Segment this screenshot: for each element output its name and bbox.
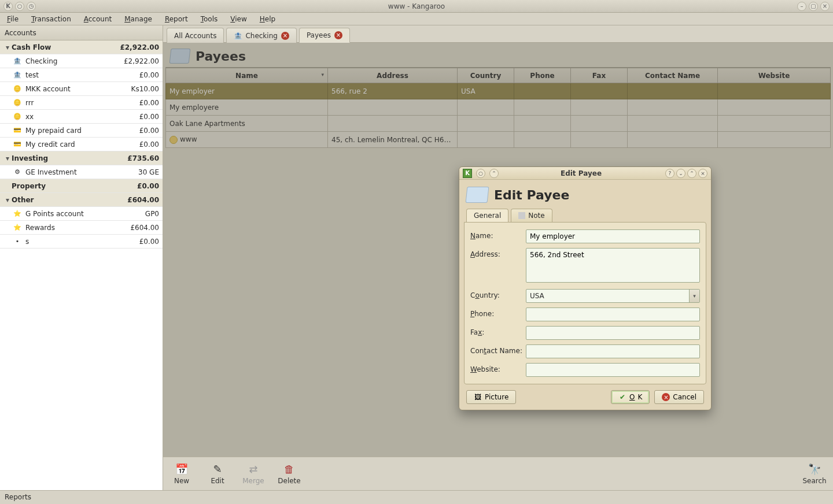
dot-icon: • <box>13 237 22 246</box>
group-name: Other <box>12 196 34 204</box>
account-row[interactable]: 🏦test£0.00 <box>0 68 163 82</box>
minimize-icon[interactable]: ⌄ <box>676 169 685 178</box>
account-name: G Points account <box>25 210 84 218</box>
group-name: Cash Flow <box>12 43 51 51</box>
cancel-icon: × <box>662 393 670 401</box>
edit-button[interactable]: ✎Edit <box>205 463 230 485</box>
tab-general[interactable]: General <box>466 209 508 222</box>
new-button[interactable]: 📅New <box>169 463 194 485</box>
bank-icon: 🏦 <box>13 57 22 66</box>
account-group[interactable]: Property£0.00 <box>0 179 163 193</box>
account-row[interactable]: ⭐G Points accountGP0 <box>0 207 163 221</box>
star-icon: ⭐ <box>13 223 22 232</box>
tab-checking[interactable]: 🏦Checking× <box>226 28 296 43</box>
account-amount: £2,922.00 <box>124 57 159 65</box>
account-row[interactable]: ⚙GE Investment30 GE <box>0 165 163 179</box>
titlebar-button[interactable]: ○ <box>15 2 24 11</box>
maximize-icon[interactable]: ⌃ <box>687 169 696 178</box>
country-select[interactable]: USA▾ <box>526 289 700 303</box>
dialog-panel-general: Name: Address: 566, 2nd Street Country: … <box>464 222 706 384</box>
chevron-down-icon: ▾ <box>689 290 699 302</box>
dialog-shade-icon[interactable]: ○ <box>476 169 485 178</box>
menu-report[interactable]: Report <box>163 14 190 24</box>
menu-transaction[interactable]: Transaction <box>29 14 73 24</box>
window-titlebar: K ○ ◷ www - Kangaroo – ▢ × <box>0 0 833 13</box>
close-icon[interactable]: × <box>820 2 830 11</box>
menu-file[interactable]: File <box>5 14 21 24</box>
account-name: My prepaid card <box>25 127 82 135</box>
delete-button[interactable]: 🗑Delete <box>277 463 302 485</box>
picture-button[interactable]: 🖼Picture <box>466 390 516 404</box>
chevron-icon: ▾ <box>6 43 10 51</box>
account-row[interactable]: •s£0.00 <box>0 235 163 249</box>
group-amount: £604.00 <box>127 196 159 204</box>
coin-icon: 🪙 <box>13 112 22 121</box>
tab-payees[interactable]: Payees× <box>299 28 350 43</box>
tab-close-icon[interactable]: × <box>281 32 289 40</box>
tabbar: All Accounts🏦Checking×Payees× <box>163 25 833 43</box>
account-group[interactable]: ▾Investing£735.60 <box>0 151 163 165</box>
ok-button[interactable]: ✔OK <box>611 390 650 404</box>
contact-name-field[interactable] <box>526 344 700 358</box>
group-amount: £2,922.00 <box>120 43 159 51</box>
account-row[interactable]: 🪙rrr£0.00 <box>0 96 163 110</box>
name-field[interactable] <box>526 229 700 243</box>
menu-help[interactable]: Help <box>257 14 278 24</box>
account-row[interactable]: 💳My credit card£0.00 <box>0 138 163 151</box>
address-field[interactable]: 566, 2nd Street <box>526 248 700 283</box>
menu-tools[interactable]: Tools <box>198 14 220 24</box>
account-amount: £0.00 <box>139 238 159 246</box>
account-amount: £0.00 <box>139 140 159 149</box>
fax-field[interactable] <box>526 326 700 340</box>
dialog-title: Edit Payee <box>499 169 664 177</box>
account-name: Checking <box>25 57 57 65</box>
menubar: File Transaction Account Manage Report T… <box>0 13 833 25</box>
menu-account[interactable]: Account <box>82 14 114 24</box>
statusbar: Reports <box>0 490 833 504</box>
phone-field[interactable] <box>526 307 700 321</box>
account-row[interactable]: 🪙xx£0.00 <box>0 110 163 124</box>
dialog-rollup-icon[interactable]: ⌃ <box>489 169 499 178</box>
tab-close-icon[interactable]: × <box>334 31 342 39</box>
label-phone: Phone: <box>470 307 526 318</box>
card-icon: 💳 <box>13 126 22 135</box>
dialog-titlebar[interactable]: K ○ ⌃ Edit Payee ? ⌄ ⌃ × <box>459 167 711 180</box>
account-row[interactable]: 🏦Checking£2,922.00 <box>0 54 163 68</box>
menu-manage[interactable]: Manage <box>122 14 154 24</box>
titlebar-button[interactable]: ◷ <box>27 2 36 11</box>
account-row[interactable]: ⭐Rewards£604.00 <box>0 221 163 235</box>
account-group[interactable]: ▾Cash Flow£2,922.00 <box>0 40 163 54</box>
cancel-button[interactable]: ×Cancel <box>654 390 704 404</box>
card-icon: 💳 <box>13 140 22 149</box>
tab-note[interactable]: Note <box>511 209 552 222</box>
website-field[interactable] <box>526 363 700 377</box>
account-amount: £0.00 <box>139 99 159 107</box>
search-button[interactable]: 🔭Search <box>802 463 827 485</box>
app-icon: K <box>463 169 472 178</box>
help-icon[interactable]: ? <box>665 169 674 178</box>
minimize-icon[interactable]: – <box>797 2 806 11</box>
pencil-icon: ✎ <box>211 463 224 476</box>
account-name: test <box>25 71 39 79</box>
group-amount: £735.60 <box>127 154 159 162</box>
payee-icon <box>466 187 489 203</box>
sidebar: Accounts ▾Cash Flow£2,922.00🏦Checking£2,… <box>0 25 163 490</box>
account-amount: £0.00 <box>139 127 159 135</box>
account-amount: 30 GE <box>138 168 159 176</box>
account-name: My credit card <box>25 140 75 149</box>
tab-label: All Accounts <box>174 32 216 40</box>
group-name: Property <box>12 182 46 190</box>
label-fax: Fax: <box>470 326 526 336</box>
maximize-icon[interactable]: ▢ <box>809 2 818 11</box>
close-icon[interactable]: × <box>698 169 707 178</box>
account-row[interactable]: 💳My prepaid card£0.00 <box>0 124 163 138</box>
trash-icon: 🗑 <box>283 463 296 476</box>
account-row[interactable]: 🪙MKK accountKs10.00 <box>0 82 163 96</box>
note-icon <box>518 212 525 219</box>
account-amount: GP0 <box>145 210 159 218</box>
account-group[interactable]: ▾Other£604.00 <box>0 193 163 207</box>
tab-all-accounts[interactable]: All Accounts <box>167 28 224 43</box>
calendar-plus-icon: 📅 <box>175 463 188 476</box>
account-name: MKK account <box>25 85 71 93</box>
menu-view[interactable]: View <box>228 14 249 24</box>
